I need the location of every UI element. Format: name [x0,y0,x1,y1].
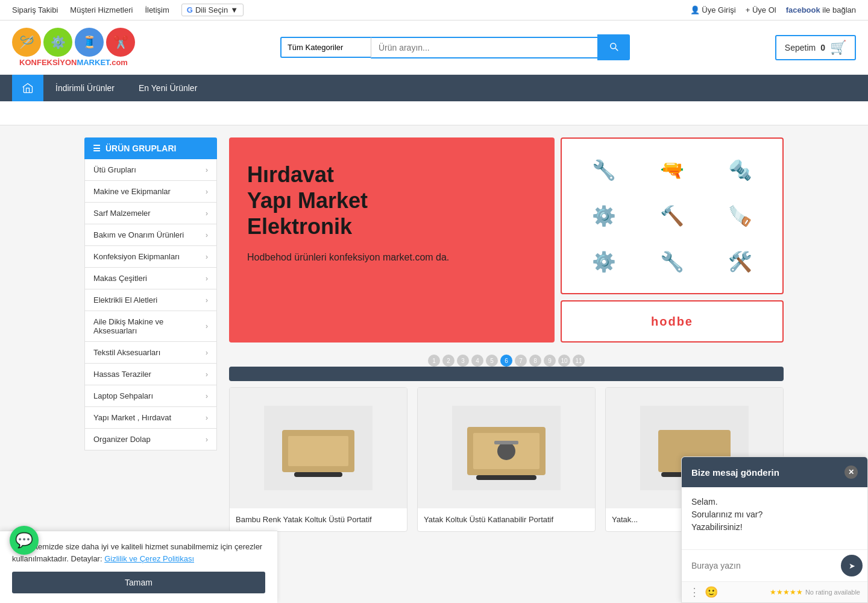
facebook-login[interactable]: facebook ile bağlan [786,5,856,14]
sidebar-item-aile[interactable]: Aile Dikiş Makine ve Aksesuarları › [84,311,217,342]
section-header [229,367,784,381]
nav-indirimli[interactable]: İndirimli Ürünler [43,76,127,100]
logo-icons: 🪡 ⚙️ 🧵 ✂️ [12,28,135,57]
dot-10[interactable]: 10 [558,355,570,367]
chat-close-button[interactable]: ✕ [844,466,858,479]
home-icon [22,82,34,94]
chevron-right-icon: › [206,231,208,239]
banner-main: Hırdavat Yapı Market Elektronik Hodbehod… [229,137,555,343]
chevron-right-icon: › [206,370,208,379]
top-bar: Sipariş Takibi Müşteri Hizmetleri İletiş… [0,0,868,21]
logo-market: MARKET [77,58,109,67]
menu-icon: ☰ [93,144,101,153]
sidebar-title: ÜRÜN GRUPLARI [105,144,176,153]
tool-saw: 🪚 [708,195,772,236]
top-banner-strip [0,101,868,125]
svg-rect-3 [294,472,342,477]
dot-4[interactable]: 4 [471,355,483,367]
search-icon [608,41,619,52]
dot-9[interactable]: 9 [544,355,556,367]
search-input[interactable] [371,37,597,58]
chevron-right-icon: › [206,296,208,305]
order-tracking-link[interactable]: Sipariş Takibi [12,5,58,14]
dot-1[interactable]: 1 [428,355,440,367]
sidebar-item-tekstil[interactable]: Tekstil Aksesuarları › [84,342,217,364]
svg-rect-9 [476,475,536,480]
chevron-right-icon: › [206,392,208,400]
product-card-0[interactable]: Bambu Renk Yatak Koltuk Üstü Portatif [229,387,407,532]
dot-6[interactable]: 6 [500,355,512,367]
category-select[interactable]: Tüm Kategoriler [280,37,371,58]
chevron-right-icon: › [206,349,208,357]
header: 🪡 ⚙️ 🧵 ✂️ KONFEKSİYONMARKET.com Tüm Kate… [0,21,868,75]
logo-icon-sewing: 🪡 [12,28,41,57]
chevron-right-icon: › [206,322,208,330]
cookie-text: Web sitemizde size daha iyi ve kaliteli … [12,541,265,544]
carousel-dots: 1 2 3 4 5 6 7 8 9 10 11 [229,355,784,367]
plus-icon: + [746,5,750,14]
chat-widget: Bize mesaj gönderin ✕ Selam. Sorularınız… [681,456,868,544]
svg-point-7 [497,442,515,460]
sidebar-item-sarf[interactable]: Sarf Malzemeler › [84,203,217,224]
contact-link[interactable]: İletişim [145,5,169,14]
home-nav-button[interactable] [12,75,43,101]
logo[interactable]: 🪡 ⚙️ 🧵 ✂️ KONFEKSİYONMARKET.com [12,28,135,67]
dot-2[interactable]: 2 [442,355,454,367]
cart-count: 0 [820,43,825,52]
tool-recipsaw: 🔧 [641,241,704,282]
dot-5[interactable]: 5 [486,355,498,367]
product-info-0: Bambu Renk Yatak Koltuk Üstü Portatif [230,508,407,531]
sidebar-item-makas[interactable]: Makas Çeşitleri › [84,268,217,289]
sidebar-item-utu[interactable]: Ütü Grupları › [84,159,217,181]
dot-3[interactable]: 3 [457,355,469,367]
chevron-right-icon: › [206,435,208,444]
banner-title: Hırdavat Yapı Market Elektronik [247,162,536,240]
logo-icon-machine: ⚙️ [43,28,72,57]
sidebar-item-teraziler[interactable]: Hassas Teraziler › [84,364,217,385]
sidebar-header: ☰ ÜRÜN GRUPLARI [84,137,217,159]
product-card-1[interactable]: Yatak Koltuk Üstü Katlanabilir Portatif [417,387,596,532]
tool-grinder: ⚙️ [573,241,636,282]
product-svg-1 [452,406,561,490]
dot-11[interactable]: 11 [573,355,585,367]
cart-button[interactable]: Sepetim 0 🛒 [775,35,856,60]
top-bar-right: 👤 Üye Girişi + Üye Ol facebook ile bağla… [690,5,856,14]
logo-icon-scissors: ✂️ [106,28,135,57]
chat-body: Selam. Sorularınız mı var? Yazabilirsini… [682,487,867,544]
svg-rect-2 [288,436,348,466]
chat-message: Selam. Sorularınız mı var? Yazabilirsini… [691,496,858,534]
register-link[interactable]: + Üye Ol [746,5,776,14]
google-translate-selector[interactable]: G Dili Seçin ▼ [181,4,244,16]
user-icon: 👤 [690,5,700,14]
whatsapp-button[interactable]: 💬 [10,526,39,544]
search-input-wrapper [371,37,597,58]
logo-icon-thread: 🧵 [75,28,104,57]
sidebar-item-makine[interactable]: Makine ve Ekipmanlar › [84,181,217,203]
product-name-0: Bambu Renk Yatak Koltuk Üstü Portatif [236,514,401,525]
product-info-1: Yatak Koltuk Üstü Katlanabilir Portatif [418,508,595,531]
sidebar-item-organizer[interactable]: Organizer Dolap › [84,429,217,450]
chat-header: Bize mesaj gönderin ✕ [682,457,867,487]
sidebar-item-laptop[interactable]: Laptop Sehpaları › [84,385,217,407]
logo-text: KONFEKSİYONMARKET.com [19,58,128,67]
translate-arrow-icon: ▼ [230,5,238,14]
sidebar-item-bakim[interactable]: Bakım ve Onarım Ürünleri › [84,224,217,246]
top-bar-left: Sipariş Takibi Müşteri Hizmetleri İletiş… [12,4,244,16]
tool-extra: 🛠️ [708,241,772,282]
tool-planer: 🔧 [573,150,636,191]
sidebar-item-yapi[interactable]: Yapı Market , Hırdavat › [84,407,217,429]
chevron-right-icon: › [206,209,208,218]
tool-drill2: 🔩 [708,150,772,191]
sidebar-item-konfeksiyon[interactable]: Konfeksiyon Ekipmanları › [84,246,217,268]
dot-8[interactable]: 8 [529,355,541,367]
customer-service-link[interactable]: Müşteri Hizmetleri [70,5,133,14]
tools-grid: 🔧 🔫 🔩 ⚙️ 🔨 🪚 ⚙️ 🔧 🛠️ [568,145,776,287]
search-button[interactable] [597,34,630,60]
dot-7[interactable]: 7 [515,355,527,367]
login-link[interactable]: 👤 Üye Girişi [690,5,736,14]
nav-yeni[interactable]: En Yeni Ürünler [127,76,209,100]
sidebar-item-elektrikli[interactable]: Elektrikli El Aletleri › [84,289,217,311]
nav-bar: İndirimli Ürünler En Yeni Ürünler [0,75,868,101]
facebook-label: facebook [786,5,820,14]
logo-tld: .com [110,58,128,67]
